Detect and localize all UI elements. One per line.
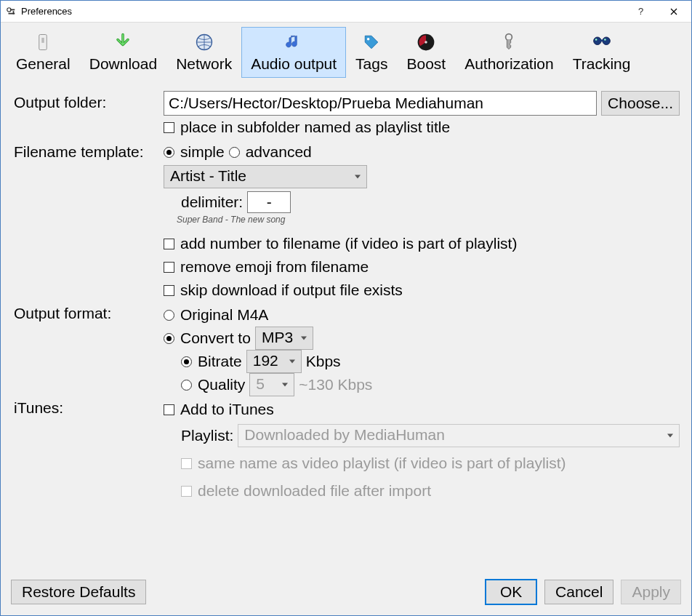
preferences-window: Preferences ? General Download Network <box>0 0 692 616</box>
window-title: Preferences <box>21 6 624 17</box>
svg-rect-13 <box>600 40 603 42</box>
playlist-select: Downloaded by MediaHuman <box>238 424 680 447</box>
checkbox-label: remove emoji from filename <box>180 258 369 276</box>
output-format-label: Output format: <box>14 303 159 322</box>
titlebar: Preferences ? <box>1 1 691 23</box>
convert-format-select[interactable]: MP3 <box>255 327 313 350</box>
template-advanced-radio[interactable]: advanced <box>229 143 312 161</box>
download-icon <box>111 31 134 54</box>
remove-emoji-checkbox[interactable]: remove emoji from filename <box>164 258 369 276</box>
tab-label: Authorization <box>464 55 554 73</box>
app-icon <box>5 6 17 17</box>
checkbox-label: add number to filename (if video is part… <box>180 235 517 252</box>
tab-general[interactable]: General <box>7 27 80 78</box>
skip-exists-checkbox[interactable]: skip download if output file exists <box>164 281 403 299</box>
tags-icon <box>360 31 383 54</box>
bitrate-unit: Kbps <box>306 353 341 370</box>
tab-label: General <box>16 55 71 73</box>
tab-boost[interactable]: Boost <box>397 27 455 78</box>
restore-defaults-button[interactable]: Restore Defaults <box>11 580 146 604</box>
tabbar: General Download Network Audio output Ta… <box>1 23 691 78</box>
svg-point-14 <box>595 39 597 41</box>
tab-label: Boost <box>406 55 446 73</box>
tab-authorization[interactable]: Authorization <box>455 27 563 78</box>
svg-point-7 <box>367 38 370 41</box>
svg-rect-5 <box>42 38 45 43</box>
bitrate-value: 192 <box>253 352 278 369</box>
radio-label: simple <box>180 143 225 161</box>
quality-radio[interactable]: Quality <box>181 376 245 393</box>
playlist-label: Playlist: <box>181 427 233 444</box>
tracking-icon <box>590 31 613 54</box>
checkbox-label: Add to iTunes <box>180 401 274 418</box>
delete-after-import-checkbox: delete downloaded file after import <box>181 482 431 500</box>
network-icon <box>193 31 216 54</box>
format-value: MP3 <box>262 329 293 345</box>
general-icon <box>31 31 55 54</box>
ok-button[interactable]: OK <box>485 579 537 605</box>
tab-label: Tags <box>355 55 387 73</box>
quality-select: 5 <box>249 373 294 396</box>
checkbox-label: skip download if output file exists <box>180 281 403 299</box>
svg-point-9 <box>425 41 428 44</box>
output-folder-label: Output folder: <box>14 91 159 111</box>
template-select[interactable]: Artist - Title <box>164 165 367 188</box>
svg-point-10 <box>506 34 512 41</box>
radio-label: Convert to <box>180 329 251 347</box>
tab-download[interactable]: Download <box>80 27 166 78</box>
subfolder-checkbox[interactable]: place in subfolder named as playlist tit… <box>164 119 450 136</box>
itunes-label: iTunes: <box>14 398 159 417</box>
tab-label: Network <box>176 55 232 73</box>
svg-point-15 <box>604 39 606 41</box>
delimiter-input[interactable] <box>247 191 291 213</box>
cancel-button[interactable]: Cancel <box>544 580 613 604</box>
bitrate-select[interactable]: 192 <box>246 350 302 373</box>
add-number-checkbox[interactable]: add number to filename (if video is part… <box>164 235 517 252</box>
playlist-value: Downloaded by MediaHuman <box>244 426 445 443</box>
choose-folder-button[interactable]: Choose... <box>601 91 680 116</box>
radio-label: advanced <box>246 143 312 161</box>
template-example: Super Band - The new song <box>177 215 680 225</box>
svg-rect-1 <box>10 9 15 10</box>
audio-output-icon <box>282 31 305 54</box>
footer: Restore Defaults OK Cancel Apply <box>1 573 691 615</box>
content-area: Output folder: Choose... place in subfol… <box>1 78 691 573</box>
svg-rect-3 <box>13 11 15 14</box>
output-folder-input[interactable] <box>164 91 597 116</box>
tab-label: Tracking <box>573 55 631 73</box>
format-convert-radio[interactable]: Convert to <box>164 329 251 347</box>
bitrate-radio[interactable]: Bitrate <box>181 353 242 370</box>
tab-tracking[interactable]: Tracking <box>563 27 640 78</box>
tab-label: Audio output <box>251 55 337 73</box>
format-original-radio[interactable]: Original M4A <box>164 306 268 324</box>
template-simple-radio[interactable]: simple <box>164 143 225 161</box>
tab-network[interactable]: Network <box>166 27 241 78</box>
tab-tags[interactable]: Tags <box>346 27 397 78</box>
same-name-checkbox: same name as video playlist (if video is… <box>181 455 566 472</box>
tab-label: Download <box>89 55 157 73</box>
delimiter-label: delimiter: <box>181 193 243 211</box>
quality-value: 5 <box>256 375 265 392</box>
template-value: Artist - Title <box>170 167 246 184</box>
subfolder-label: place in subfolder named as playlist tit… <box>180 119 450 136</box>
tab-audio-output[interactable]: Audio output <box>241 27 346 78</box>
apply-button: Apply <box>621 580 681 604</box>
close-button[interactable] <box>657 1 690 22</box>
checkbox-label: delete downloaded file after import <box>198 482 431 500</box>
radio-label: Original M4A <box>180 306 268 324</box>
add-to-itunes-checkbox[interactable]: Add to iTunes <box>164 401 274 418</box>
checkbox-label: same name as video playlist (if video is… <box>198 455 566 472</box>
filename-template-label: Filename template: <box>14 140 159 161</box>
radio-label: Quality <box>198 376 245 393</box>
authorization-icon <box>497 31 520 54</box>
help-button[interactable]: ? <box>624 1 657 22</box>
quality-estimate: ~130 Kbps <box>299 376 372 393</box>
boost-icon <box>414 31 438 54</box>
radio-label: Bitrate <box>198 353 242 370</box>
